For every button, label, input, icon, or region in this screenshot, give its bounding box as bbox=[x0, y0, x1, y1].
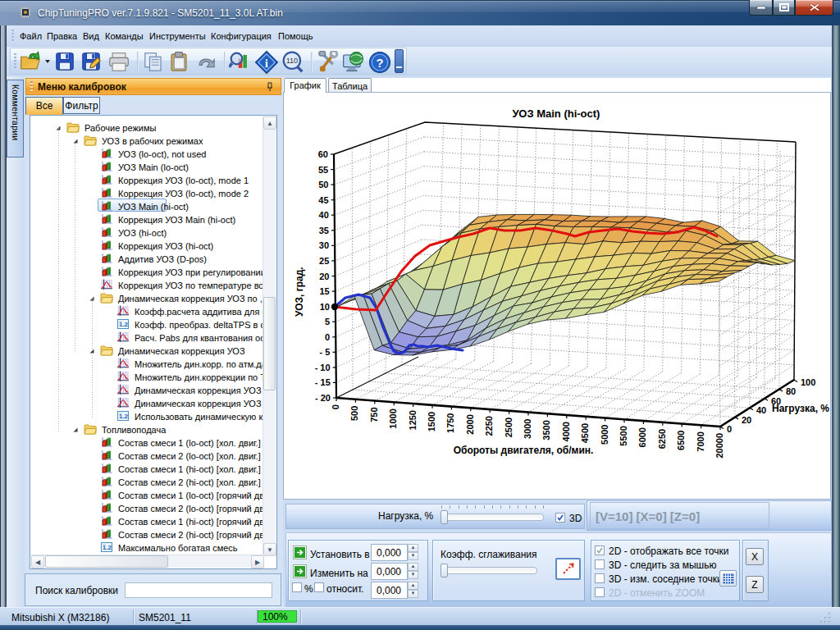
svg-text:i: i bbox=[265, 57, 268, 70]
svg-text:750: 750 bbox=[369, 408, 379, 422]
svg-text:40: 40 bbox=[756, 405, 766, 415]
svg-text:100: 100 bbox=[801, 377, 815, 387]
svg-text:30: 30 bbox=[319, 240, 329, 250]
svg-text:35: 35 bbox=[319, 226, 329, 235]
svg-text:110: 110 bbox=[286, 57, 298, 65]
svg-text:2250: 2250 bbox=[484, 416, 494, 436]
svg-text:7000: 7000 bbox=[696, 431, 705, 451]
svg-text:10: 10 bbox=[320, 302, 330, 312]
svg-text:5000: 5000 bbox=[600, 425, 609, 445]
svg-text:3500: 3500 bbox=[541, 420, 551, 440]
svg-text:1750: 1750 bbox=[445, 413, 455, 433]
svg-text:2000: 2000 bbox=[465, 414, 475, 434]
svg-text:- 20: - 20 bbox=[315, 393, 331, 403]
svg-text:1000: 1000 bbox=[388, 409, 398, 428]
svg-text:20: 20 bbox=[319, 272, 329, 281]
svg-text:5500: 5500 bbox=[619, 426, 628, 445]
svg-text:500: 500 bbox=[349, 406, 359, 421]
svg-text:4500: 4500 bbox=[580, 423, 590, 443]
svg-text:2500: 2500 bbox=[504, 418, 514, 437]
svg-text:УОЗ Main (hi-oct): УОЗ Main (hi-oct) bbox=[513, 107, 600, 120]
svg-text:3000: 3000 bbox=[523, 419, 532, 439]
svg-text:6500: 6500 bbox=[676, 431, 686, 450]
svg-text:Обороты двигателя, об/мин.: Обороты двигателя, об/мин. bbox=[454, 445, 594, 456]
svg-text:1250: 1250 bbox=[408, 410, 418, 430]
svg-text:- 15: - 15 bbox=[315, 377, 331, 387]
svg-text:6250: 6250 bbox=[657, 429, 667, 449]
svg-text:20000: 20000 bbox=[714, 433, 724, 459]
svg-text:15: 15 bbox=[319, 286, 329, 296]
svg-text:Нагрузка, %: Нагрузка, % bbox=[772, 403, 829, 414]
svg-text:60: 60 bbox=[318, 149, 328, 159]
svg-text:6000: 6000 bbox=[637, 427, 647, 447]
svg-text:4000: 4000 bbox=[561, 422, 571, 441]
svg-text:0: 0 bbox=[331, 404, 340, 409]
svg-text:0: 0 bbox=[325, 332, 330, 342]
svg-text:50: 50 bbox=[318, 180, 328, 189]
svg-text:40: 40 bbox=[319, 210, 329, 220]
svg-text:55: 55 bbox=[318, 165, 328, 175]
svg-text:80: 80 bbox=[786, 386, 796, 396]
svg-text:УОЗ, град.: УОЗ, град. bbox=[294, 267, 305, 317]
svg-text:45: 45 bbox=[318, 195, 328, 205]
svg-text:- 10: - 10 bbox=[315, 363, 331, 372]
svg-text:?: ? bbox=[377, 57, 384, 70]
svg-text:- 5: - 5 bbox=[320, 347, 331, 357]
svg-text:20: 20 bbox=[742, 415, 751, 425]
svg-text:25: 25 bbox=[319, 256, 329, 266]
svg-text:0: 0 bbox=[727, 424, 732, 434]
svg-text:5: 5 bbox=[325, 317, 330, 326]
svg-text:1500: 1500 bbox=[427, 412, 436, 431]
